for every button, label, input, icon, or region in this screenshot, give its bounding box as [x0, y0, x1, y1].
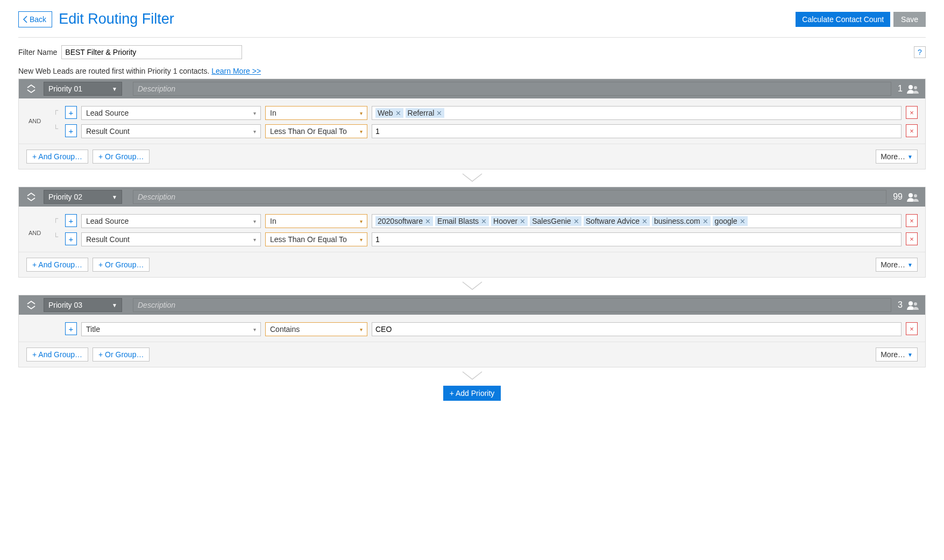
operator-select[interactable]: Contains▾ [265, 322, 367, 336]
priority-block-3: Priority 03 ▼ 3 + Title▾ Contains▾ × + A… [18, 295, 926, 367]
svg-point-5 [914, 302, 917, 306]
remove-rule-button[interactable]: × [906, 124, 918, 137]
priority-dropdown[interactable]: Priority 01 ▼ [44, 82, 122, 96]
remove-tag-icon[interactable]: ✕ [395, 109, 401, 117]
rule-row: ┌ + Lead Source▾ In▾ Web✕ Referral✕ × [26, 106, 918, 120]
contacts-icon[interactable] [906, 300, 920, 310]
tag: Email Blasts✕ [435, 216, 489, 226]
tag: Software Advice✕ [584, 216, 650, 226]
value-input[interactable] [372, 232, 902, 246]
description-input[interactable] [133, 190, 886, 204]
or-group-button[interactable]: + Or Group… [93, 258, 150, 272]
add-condition-button[interactable]: + [65, 106, 77, 119]
back-chevron-icon [22, 15, 29, 24]
priority-dropdown[interactable]: Priority 03 ▼ [44, 298, 122, 312]
operator-select[interactable]: Less Than Or Equal To▾ [265, 124, 367, 138]
filter-name-label: Filter Name [18, 48, 57, 56]
and-group-button[interactable]: + And Group… [26, 348, 88, 361]
help-button[interactable]: ? [914, 46, 926, 58]
remove-tag-icon[interactable]: ✕ [642, 217, 648, 225]
or-group-button[interactable]: + Or Group… [93, 348, 150, 361]
svg-point-2 [908, 193, 913, 197]
value-input[interactable] [372, 322, 902, 336]
contact-count: 99 [893, 192, 903, 202]
caret-down-icon: ▼ [112, 194, 117, 200]
rule-row: └ + Result Count▾ Less Than Or Equal To▾… [26, 232, 918, 246]
bracket-icon: └ [53, 124, 61, 132]
value-tags-input[interactable]: 2020software✕ Email Blasts✕ Hoover✕ Sale… [372, 214, 902, 228]
remove-tag-icon[interactable]: ✕ [702, 217, 708, 225]
field-select[interactable]: Title▾ [81, 322, 261, 336]
or-group-button[interactable]: + Or Group… [93, 150, 150, 164]
operator-select[interactable]: Less Than Or Equal To▾ [265, 232, 367, 246]
add-priority-button[interactable]: + Add Priority [443, 386, 501, 401]
back-button[interactable]: Back [18, 11, 52, 27]
field-select[interactable]: Result Count▾ [81, 232, 261, 246]
operator-select[interactable]: In▾ [265, 214, 367, 228]
remove-tag-icon[interactable]: ✕ [481, 217, 487, 225]
value-tags-input[interactable]: Web✕ Referral✕ [372, 106, 902, 120]
save-button[interactable]: Save [893, 12, 926, 27]
collapse-toggle-icon[interactable] [26, 84, 36, 93]
rule-row: ┌ + Lead Source▾ In▾ 2020software✕ Email… [26, 214, 918, 228]
priority-block-1: Priority 01 ▼ 1 AND ┌ + Lead Source▾ In▾… [18, 79, 926, 169]
tag: Hoover✕ [491, 216, 528, 226]
remove-rule-button[interactable]: × [906, 322, 918, 335]
and-label: AND [29, 118, 41, 124]
connector-wedge-icon [18, 281, 926, 292]
caret-down-icon: ▾ [360, 110, 363, 116]
remove-tag-icon[interactable]: ✕ [520, 217, 526, 225]
filter-name-input[interactable] [61, 45, 242, 59]
remove-tag-icon[interactable]: ✕ [425, 217, 431, 225]
caret-down-icon: ▾ [253, 110, 256, 116]
learn-more-link[interactable]: Learn More >> [211, 67, 261, 75]
operator-select[interactable]: In▾ [265, 106, 367, 120]
svg-point-0 [908, 85, 913, 89]
field-select[interactable]: Result Count▾ [81, 124, 261, 138]
field-select[interactable]: Lead Source▾ [81, 214, 261, 228]
contacts-icon[interactable] [906, 192, 920, 202]
svg-point-3 [914, 194, 917, 197]
remove-rule-button[interactable]: × [906, 214, 918, 227]
connector-wedge-icon [18, 173, 926, 183]
and-label: AND [29, 230, 41, 236]
caret-down-icon: ▾ [360, 218, 363, 224]
more-button[interactable]: More…▼ [876, 348, 918, 361]
more-button[interactable]: More…▼ [876, 258, 918, 272]
contacts-icon[interactable] [906, 83, 920, 94]
svg-point-4 [908, 301, 913, 306]
description-input[interactable] [133, 298, 891, 312]
caret-down-icon: ▾ [253, 237, 256, 243]
description-input[interactable] [133, 82, 891, 96]
connector-wedge-icon [18, 371, 926, 381]
add-condition-button[interactable]: + [65, 124, 77, 137]
calculate-contact-count-button[interactable]: Calculate Contact Count [796, 12, 890, 27]
tag: google✕ [713, 216, 748, 226]
caret-down-icon: ▾ [360, 129, 363, 134]
bracket-icon: └ [53, 232, 61, 240]
value-input[interactable] [372, 124, 902, 138]
rule-row: └ + Result Count▾ Less Than Or Equal To▾… [26, 124, 918, 138]
and-group-button[interactable]: + And Group… [26, 150, 88, 164]
field-select[interactable]: Lead Source▾ [81, 106, 261, 120]
remove-tag-icon[interactable]: ✕ [740, 217, 746, 225]
collapse-toggle-icon[interactable] [26, 193, 36, 201]
tag: 2020software✕ [375, 216, 433, 226]
priority-dropdown[interactable]: Priority 02 ▼ [44, 190, 122, 204]
remove-tag-icon[interactable]: ✕ [573, 217, 579, 225]
caret-down-icon: ▾ [253, 327, 256, 332]
caret-down-icon: ▾ [360, 327, 363, 332]
remove-rule-button[interactable]: × [906, 106, 918, 119]
add-condition-button[interactable]: + [65, 232, 77, 245]
contact-count: 1 [898, 84, 903, 94]
caret-down-icon: ▼ [907, 352, 913, 358]
add-condition-button[interactable]: + [65, 322, 77, 335]
add-condition-button[interactable]: + [65, 214, 77, 227]
caret-down-icon: ▾ [360, 237, 363, 243]
and-group-button[interactable]: + And Group… [26, 258, 88, 272]
collapse-toggle-icon[interactable] [26, 301, 36, 309]
remove-tag-icon[interactable]: ✕ [436, 109, 442, 117]
more-button[interactable]: More…▼ [876, 150, 918, 164]
page-title: Edit Routing Filter [59, 11, 174, 27]
remove-rule-button[interactable]: × [906, 232, 918, 245]
